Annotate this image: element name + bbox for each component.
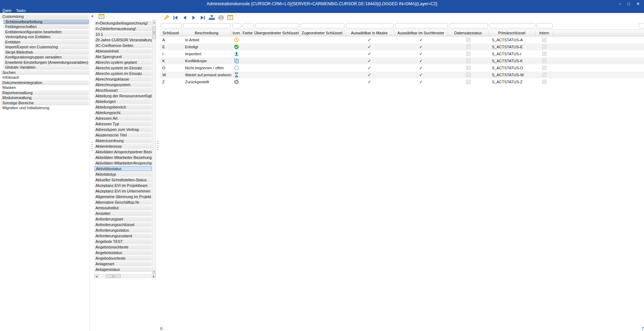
sidebar-item[interactable]: Customizing [1, 14, 89, 19]
filter-input-suchfenster[interactable] [395, 23, 448, 28]
hierarchy-icon[interactable] [208, 14, 216, 21]
checkmark-icon[interactable]: ✓ [368, 51, 371, 56]
key-list-item[interactable]: Abrechnungssystem [94, 82, 152, 87]
sidebar-item[interactable]: Reportverwaltung [1, 91, 89, 95]
filter-input-intern[interactable] [537, 23, 553, 28]
table-row[interactable]: WWartet auf jemand anderen✓✓✓S_ACTSTATUS… [160, 71, 644, 78]
next-record-icon[interactable] [190, 14, 198, 21]
scroll-up-icon[interactable]: ▲ [153, 20, 156, 24]
column-header-maske[interactable]: Auswählbar in Maske [345, 30, 394, 36]
first-record-icon[interactable] [171, 14, 179, 21]
table-row[interactable]: IImportiert✓✓✓S_ACTSTATUS-I✓ [160, 50, 644, 57]
menu-datei[interactable]: Datei [2, 8, 12, 13]
key-list-item[interactable]: Abschlussart [94, 88, 152, 93]
key-list-item[interactable]: Abteilung der Ressourcenverfügbark [94, 93, 152, 98]
column-header-intern[interactable]: Intern [536, 30, 553, 36]
key-list-item[interactable]: Amtstitel [94, 211, 152, 216]
key-list-item[interactable]: Angebote TEST [94, 239, 152, 244]
column-header-uebergeordneter[interactable]: Übergeordneter Schlüssel [254, 30, 299, 36]
maximize-button[interactable]: □ [628, 2, 630, 6]
key-list-horizontal-scrollbar[interactable]: ◀ ▶ [94, 274, 156, 278]
collapse-panel-icon[interactable]: ◀ [91, 15, 93, 17]
checkmark-icon[interactable]: ✓ [419, 37, 423, 42]
key-list-item[interactable]: Adresstypen zum Vertrag [94, 127, 152, 132]
checkmark-icon[interactable]: ✓ [368, 72, 371, 77]
previous-record-icon[interactable] [181, 14, 189, 21]
filter-input-farbe[interactable] [243, 23, 254, 28]
scroll-down-icon[interactable]: ▼ [153, 270, 156, 274]
filter-input-primaerschluessel[interactable] [489, 23, 535, 28]
column-header-icon[interactable]: Icon [231, 30, 242, 36]
sidebar-item[interactable]: Sonstige Bereiche [1, 101, 89, 105]
checkmark-icon[interactable]: ✓ [368, 58, 371, 63]
scrollbar-track[interactable] [98, 274, 152, 278]
key-list-item[interactable]: Aktivitätsstatus [94, 166, 152, 171]
sidebar-item[interactable]: Entitätenkonfiguration bearbeiten [3, 30, 89, 34]
key-list-item[interactable]: Anforderungsschlüssel [94, 222, 152, 227]
scrollbar-thumb[interactable] [106, 274, 121, 278]
key-list-item[interactable]: Aktieninteresse [94, 144, 152, 149]
table-row[interactable]: AIn Arbeit✓✓✓S_ACTSTATUS-A✓ [160, 36, 644, 43]
key-list-item[interactable]: Anforderungsstatus [94, 228, 152, 233]
key-list-item[interactable]: Aktivitätstyp [94, 172, 152, 177]
sidebar-item[interactable]: Infoboard [1, 75, 89, 80]
sidebar-item[interactable]: Dokumentenintegration [1, 80, 89, 85]
filter-input-zugeordneter[interactable] [300, 23, 345, 28]
filter-input-extra[interactable] [639, 23, 644, 28]
scroll-left-icon[interactable]: ◀ [94, 274, 98, 278]
key-list-item[interactable]: #>Zählerfernauslesung! [94, 26, 152, 31]
key-list-item[interactable]: Anlagenart [94, 261, 152, 266]
key-list-item[interactable]: Ableseeinheit [94, 49, 152, 54]
key-list-item[interactable]: Akzeptanz EVI im Projektteam [94, 183, 152, 188]
sidebar-item[interactable]: Suchen [1, 70, 89, 75]
sidebar-item[interactable]: Schlüsselbearbeitung [3, 20, 89, 24]
column-header-schluessel[interactable]: Schlüssel [160, 30, 182, 36]
key-list-item[interactable]: Abr.Sperrgrund [94, 54, 152, 59]
sidebar-item[interactable]: Migration und Initialisierung [1, 106, 89, 110]
minimize-button[interactable]: – [619, 2, 621, 6]
key-list-item[interactable]: Abteilungen [94, 99, 152, 104]
sidebar-item[interactable]: Globale Variablen [3, 65, 89, 70]
sidebar-item[interactable]: Masken [1, 85, 89, 90]
key-list-item[interactable]: 10.1 [94, 32, 152, 37]
key-list-item[interactable]: #>Deckungsbeitragsrechnung! [94, 21, 152, 26]
key-list-item[interactable]: Abteilungsschl. [94, 110, 152, 115]
sidebar-item[interactable]: Erweiterte Einstellungen (Anwendungsvari… [3, 60, 89, 65]
checkmark-icon[interactable]: ✓ [419, 72, 423, 77]
filter-input-icon[interactable] [232, 23, 241, 28]
key-list-item[interactable]: Abrechn.system geplant [94, 60, 152, 65]
scroll-right-icon[interactable]: ▶ [152, 274, 156, 278]
key-list-item[interactable]: Aktivitäten Mitarbeiter/Ansprechpar [94, 161, 152, 166]
key-list-item[interactable]: Aktivitäten Mitarbeiter Beziehungsty [94, 155, 152, 160]
sidebar-item[interactable]: Entitäten [3, 40, 89, 44]
key-list-item[interactable]: Amtssubstitut [94, 205, 152, 210]
checkmark-icon[interactable]: ✓ [368, 65, 371, 70]
table-row[interactable]: ZZurückgestellt✓✓✓S_ACTSTATUS-Z✓ [160, 78, 644, 85]
filter-input-schluessel[interactable] [161, 23, 182, 28]
key-list-item[interactable]: Angebotsnachtexte [94, 245, 152, 249]
checkmark-icon[interactable]: ✓ [419, 44, 423, 49]
column-header-suchfenster[interactable]: Auswählbar im Suchfenster [394, 30, 448, 36]
column-header-primaerschluessel[interactable]: Primärschlüssel [488, 30, 536, 36]
sidebar-item[interactable]: Import/Export von Customizing [3, 45, 89, 49]
table-row[interactable]: EErledigt✓✓✓S_ACTSTATUS-E✓ [160, 43, 644, 50]
sidebar-item[interactable]: Feldeigenschaften [3, 24, 89, 29]
checkmark-icon[interactable]: ✓ [368, 44, 371, 49]
table-row[interactable]: KKonfliktkopie✓✓✓S_ACTSTATUS-K✓ [160, 57, 644, 64]
key-list-item[interactable]: Alternative Geschäftsp.Nr [94, 200, 152, 205]
key-list-item[interactable]: Anforderungsart [94, 217, 152, 221]
filter-input-maske[interactable] [346, 23, 394, 28]
key-list-item[interactable]: 3C-Confluence-Seiten [94, 43, 152, 48]
key-list-item[interactable]: Akzeptanz EVI im Unternehmen [94, 189, 152, 193]
key-list-item[interactable]: Aktueller Schnittstellen-Status [94, 177, 152, 182]
checkmark-icon[interactable]: ✓ [368, 37, 371, 42]
key-list-item[interactable]: Abrechn.system im Einsatz [94, 71, 152, 76]
last-record-icon[interactable] [199, 14, 207, 21]
sidebar-item[interactable]: Verknüpfung von Entitäten [3, 35, 89, 39]
key-list-item[interactable]: Anlagenstatus [94, 267, 152, 272]
checkmark-icon[interactable]: ✓ [419, 65, 423, 70]
scrollbar-track[interactable] [153, 24, 156, 270]
print-icon[interactable] [217, 14, 225, 21]
checkmark-icon[interactable]: ✓ [419, 79, 423, 84]
filter-input-datensatzstatus[interactable] [449, 23, 488, 28]
